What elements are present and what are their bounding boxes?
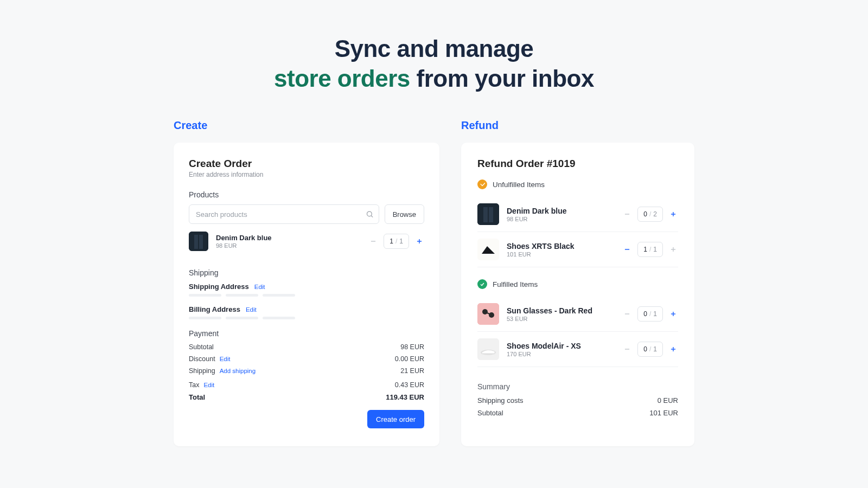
quantity-box: 1/1	[637, 242, 663, 257]
product-price: 170 EUR	[507, 351, 622, 357]
product-price: 98 EUR	[507, 216, 622, 222]
shipping-address-label: Shipping Address	[189, 282, 249, 291]
product-thumb	[477, 203, 499, 225]
headline-part1: Sync and manage	[335, 35, 534, 62]
discount-value: 0.00 EUR	[395, 355, 424, 363]
shipping-heading: Shipping	[189, 268, 424, 277]
svg-rect-8	[477, 203, 499, 225]
create-tab-title: Create	[174, 119, 439, 132]
headline-part2: from your inbox	[410, 65, 594, 92]
increment-button[interactable]	[668, 344, 678, 354]
svg-rect-10	[489, 207, 493, 222]
subtotal-value: 98 EUR	[400, 343, 424, 351]
quantity-box: 0/1	[637, 342, 663, 357]
search-icon	[366, 210, 374, 219]
fulfilled-heading: Fulfilled Items	[493, 280, 538, 288]
refund-order-card: Refund Order #1019 Unfulfilled Items Den…	[461, 143, 694, 446]
create-order-button[interactable]: Create order	[367, 410, 424, 428]
add-shipping-link[interactable]: Add shipping	[220, 368, 256, 374]
refund-tab-title: Refund	[461, 119, 694, 132]
decrement-button[interactable]	[622, 309, 632, 319]
summary-heading: Summary	[477, 382, 678, 391]
create-card-subtitle: Enter address information	[189, 171, 424, 178]
refund-card-title: Refund Order #1019	[477, 158, 678, 170]
search-input[interactable]	[189, 204, 379, 224]
product-name: Shoes XRTS Black	[507, 242, 622, 251]
product-name: Shoes ModelAir - XS	[507, 342, 622, 350]
payment-heading: Payment	[189, 329, 424, 338]
increment-button[interactable]	[668, 245, 678, 254]
decrement-button[interactable]	[622, 344, 632, 354]
billing-address-label: Billing Address	[189, 305, 240, 313]
refund-item: Shoes XRTS Black 101 EUR 1/1	[477, 232, 678, 267]
product-price: 53 EUR	[507, 316, 622, 322]
qty-total: 1	[399, 237, 403, 245]
product-price: 98 EUR	[216, 242, 368, 249]
tax-label: Tax	[189, 381, 199, 389]
discount-label: Discount	[189, 355, 215, 363]
product-name: Sun Glasses - Dark Red	[507, 306, 622, 315]
refund-subtotal-value: 101 EUR	[649, 409, 678, 417]
decrement-button[interactable]	[622, 245, 632, 254]
decrement-button[interactable]	[622, 209, 632, 219]
svg-rect-4	[199, 235, 203, 249]
svg-rect-3	[194, 235, 198, 249]
svg-line-1	[371, 216, 373, 217]
product-thumb	[477, 239, 499, 260]
svg-rect-9	[483, 207, 488, 222]
product-thumb	[477, 303, 499, 325]
product-thumb	[189, 232, 208, 251]
billing-address-placeholder	[189, 317, 424, 319]
svg-point-20	[489, 312, 494, 318]
product-price: 101 EUR	[507, 251, 622, 258]
subtotal-label: Subtotal	[189, 343, 214, 351]
refund-item: Shoes ModelAir - XS 170 EUR 0/1	[477, 332, 678, 367]
decrement-button[interactable]	[368, 236, 378, 246]
quantity-box: 0/2	[637, 207, 663, 222]
product-row: Denim Dark blue 98 EUR 1 / 1	[189, 232, 424, 251]
increment-button[interactable]	[668, 209, 678, 219]
product-search	[189, 204, 379, 224]
svg-rect-2	[189, 232, 208, 251]
page-headline: Sync and manage store orders from your i…	[0, 0, 868, 93]
total-label: Total	[189, 393, 205, 401]
refund-subtotal-label: Subtotal	[477, 409, 503, 417]
product-name: Denim Dark blue	[507, 207, 622, 215]
product-thumb	[477, 338, 499, 360]
svg-point-0	[367, 211, 372, 216]
products-heading: Products	[189, 190, 424, 199]
quantity-box: 0/1	[637, 306, 663, 322]
unfulfilled-heading: Unfulfilled Items	[493, 181, 545, 189]
refund-column: Refund Refund Order #1019 Unfulfilled It…	[461, 119, 694, 446]
svg-point-19	[482, 309, 488, 314]
edit-tax[interactable]: Edit	[203, 382, 214, 388]
edit-shipping-address[interactable]: Edit	[254, 284, 265, 290]
shipping-line-label: Shipping	[189, 367, 215, 375]
tax-value: 0.43 EUR	[395, 381, 424, 389]
shipping-costs-label: Shipping costs	[477, 396, 524, 404]
edit-billing-address[interactable]: Edit	[246, 306, 257, 313]
shipping-costs-value: 0 EUR	[658, 396, 678, 404]
shipping-address-placeholder	[189, 294, 424, 297]
headline-accent: store orders	[274, 65, 410, 92]
unfulfilled-badge-icon	[477, 179, 487, 189]
shipping-line-value: 21 EUR	[400, 367, 424, 375]
create-card-title: Create Order	[189, 158, 424, 170]
refund-item: Sun Glasses - Dark Red 53 EUR 0/1	[477, 297, 678, 332]
browse-button[interactable]: Browse	[385, 204, 424, 224]
total-value: 119.43 EUR	[386, 393, 424, 401]
product-name: Denim Dark blue	[216, 234, 368, 242]
refund-item: Denim Dark blue 98 EUR 0/2	[477, 197, 678, 232]
increment-button[interactable]	[668, 309, 678, 319]
increment-button[interactable]	[414, 236, 424, 246]
create-order-card: Create Order Enter address information P…	[174, 143, 439, 446]
fulfilled-badge-icon	[477, 279, 487, 289]
quantity-box: 1 / 1	[384, 234, 409, 249]
qty-current: 1	[390, 237, 393, 245]
create-column: Create Create Order Enter address inform…	[174, 119, 439, 446]
edit-discount[interactable]: Edit	[220, 356, 231, 362]
svg-rect-25	[477, 338, 499, 360]
